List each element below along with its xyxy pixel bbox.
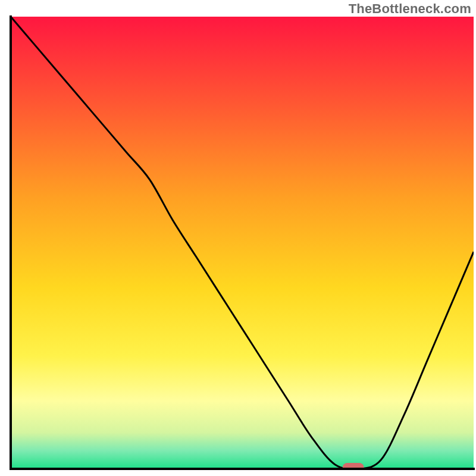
plot-area xyxy=(11,17,474,472)
gradient-background xyxy=(11,17,474,469)
chart-container: TheBottleneck.com xyxy=(0,0,476,476)
bottleneck-chart xyxy=(0,0,476,476)
watermark-label: TheBottleneck.com xyxy=(349,1,471,17)
